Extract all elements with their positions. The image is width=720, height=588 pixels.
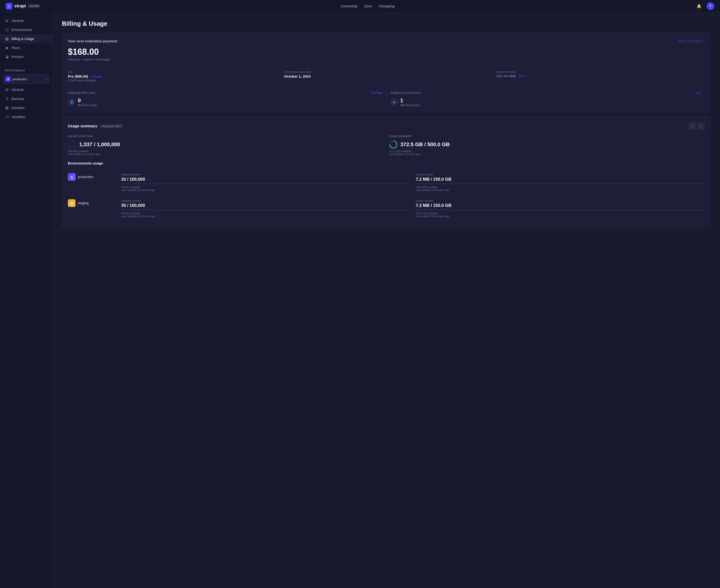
invoice-value: October 1, 2024 (284, 74, 488, 78)
plan-label: Plan (68, 70, 276, 73)
staging-storage-metric: Assets storage 7.2 MB / 150.0 GB 150.0 G… (416, 199, 704, 217)
addons-grid: Additional CMS seats Manage 👤 0 $0.00 fo… (68, 86, 704, 107)
cms-seats-header: Additional CMS seats Manage (68, 91, 383, 94)
terms-of-service-link[interactable]: Terms of service ↗ (678, 39, 704, 43)
nav-community[interactable]: Community (341, 4, 357, 8)
sidebar-item-env-general-label: General (12, 88, 23, 92)
logo: s strapi CLOUD (6, 3, 40, 9)
sidebar-item-backups[interactable]: ↺ Backups (0, 94, 52, 103)
production-storage-label: Assets storage (416, 173, 704, 176)
production-storage-updated: Last updated 19 minutes ago (416, 189, 704, 191)
bandwidth-updated: Last updated 13 hours ago (389, 153, 704, 155)
cms-seats-col: Additional CMS seats Manage 👤 0 $0.00 fo… (68, 91, 386, 107)
add-env-link[interactable]: Add (695, 91, 701, 94)
usage-period: September 2024 (100, 124, 123, 128)
edit-payment-link[interactable]: Edit (519, 74, 524, 78)
variables-icon: </> (5, 115, 9, 119)
sidebar-item-environments[interactable]: ◫ Environments (0, 25, 52, 34)
bandwidth-available: 127.5 GB available (389, 150, 704, 153)
staging-db-updated: Last updated 19 minutes ago (121, 215, 410, 217)
production-db-updated: Last updated 19 minutes ago (121, 189, 410, 191)
header: s strapi CLOUD Community Docs Changelog … (0, 0, 720, 13)
nav-changelog[interactable]: Changelog (378, 4, 395, 8)
main-content: Billing & Usage Your next estimated paym… (53, 13, 720, 588)
staging-storage-progress (416, 209, 704, 210)
extra-env-price: $69.00 for each (400, 104, 420, 107)
plan-sub: 5 CMS seats included (68, 79, 276, 82)
invoice-label: Next invoice issue date (284, 70, 488, 73)
payment-method-label: Payment method (496, 70, 701, 73)
production-env-row: ◈ production Database entries 33 / 100,0… (68, 169, 704, 195)
payment-method-col: Payment method VISA •••• 4242 Edit (492, 70, 704, 82)
sidebar-item-invoices-label: Invoices (12, 55, 24, 59)
api-calls-updated: Last updated 3 minutes ago (68, 153, 383, 155)
cms-seats-label: Additional CMS seats (68, 91, 95, 94)
staging-storage-updated: Last updated 19 minutes ago (416, 215, 704, 217)
extra-env-item: ◈ 1 $69.00 for each (390, 97, 701, 107)
sidebar-item-domains[interactable]: ▦ Domains (0, 103, 52, 112)
staging-storage-label: Assets storage (416, 199, 704, 202)
period-nav-arrows: ‹ › (689, 123, 704, 130)
staging-env-badge: ◈ (68, 199, 76, 207)
header-nav: Community Docs Changelog (341, 4, 394, 8)
notification-bell[interactable]: 🔔 (695, 2, 703, 10)
production-db-label: Database entries (121, 173, 410, 176)
domains-icon: ▦ (5, 106, 9, 110)
production-db-value: 33 / 100,000 (121, 177, 410, 182)
payment-details: Plan Pro ($99.00) Change 5 CMS seats inc… (68, 66, 704, 82)
env-selector-arrow: ▾ (45, 78, 47, 81)
env-selector[interactable]: ◈ production ▾ (3, 74, 49, 84)
manage-seats-link[interactable]: Manage (371, 91, 383, 94)
staging-env-info: ◈ staging (68, 199, 116, 207)
payment-section-title: Your next estimated payment (68, 39, 117, 43)
sidebar-item-env-general[interactable]: ⊞ General (0, 85, 52, 94)
cms-seats-info: 0 $0.00 for seats (78, 97, 97, 107)
sidebar-item-billing[interactable]: ▤ Billing & Usage (0, 34, 52, 43)
sidebar-item-general[interactable]: ⊞ General (0, 16, 52, 25)
staging-db-metric: Database entries 35 / 100,000 99,965 ava… (121, 199, 410, 217)
logo-icon: s (6, 3, 13, 9)
sidebar-item-general-label: General (12, 19, 23, 23)
usage-metrics-grid: Number of API calls 1,337 / 1,000,000 99… (68, 134, 704, 155)
page-title: Billing & Usage (62, 20, 711, 27)
plan-col: Plan Pro ($99.00) Change 5 CMS seats inc… (68, 70, 280, 82)
next-period-button[interactable]: › (697, 123, 704, 130)
usage-header: Usage summary September 2024 ‹ › (68, 123, 704, 130)
production-db-progress (121, 183, 410, 184)
sidebar-item-invoices[interactable]: ◪ Invoices (0, 52, 52, 61)
environments-icon: ◫ (5, 28, 9, 32)
usage-summary-card: Usage summary September 2024 ‹ › Number … (62, 117, 711, 227)
nav-docs[interactable]: Docs (364, 4, 372, 8)
staging-db-available: 99,965 available (121, 212, 410, 215)
cms-seats-price: $0.00 for seats (78, 104, 97, 107)
production-env-info: ◈ production (68, 173, 116, 181)
env-selector-name: production (13, 77, 43, 81)
env-selector-icon: ◈ (5, 77, 11, 82)
change-plan-link[interactable]: Change (91, 75, 102, 78)
staging-db-label: Database entries (121, 199, 410, 202)
sidebar-divider (4, 64, 48, 64)
user-avatar[interactable]: T (707, 2, 714, 10)
external-link-icon: ↗ (702, 39, 704, 43)
api-calls-label: Number of API calls (68, 134, 383, 138)
sidebar-item-variables[interactable]: </> Variables (0, 112, 52, 121)
api-calls-value-row: 1,337 / 1,000,000 (68, 140, 383, 149)
prev-period-button[interactable]: ‹ (689, 123, 696, 130)
production-env-name: production (78, 175, 93, 179)
production-storage-progress (416, 183, 704, 184)
environment-section-label: Environment (0, 67, 52, 73)
terms-label: Terms of service (678, 39, 701, 43)
cloud-badge: CLOUD (28, 4, 40, 8)
production-storage-available: 150.0 GB available (416, 186, 704, 189)
header-right: 🔔 T (695, 2, 714, 10)
production-env-badge: ◈ (68, 173, 76, 181)
api-calls-circle (68, 140, 77, 149)
usage-title: Usage summary (68, 124, 97, 128)
sidebar-item-plans[interactable]: ◙ Plans (0, 43, 52, 52)
sidebar-item-variables-label: Variables (12, 115, 25, 119)
bandwidth-value: 372.5 GB / 500.0 GB (400, 141, 450, 148)
sidebar-item-billing-label: Billing & Usage (12, 37, 34, 41)
api-calls-value: 1,337 / 1,000,000 (79, 141, 120, 148)
billing-icon: ▤ (5, 37, 9, 41)
backups-icon: ↺ (5, 97, 9, 101)
